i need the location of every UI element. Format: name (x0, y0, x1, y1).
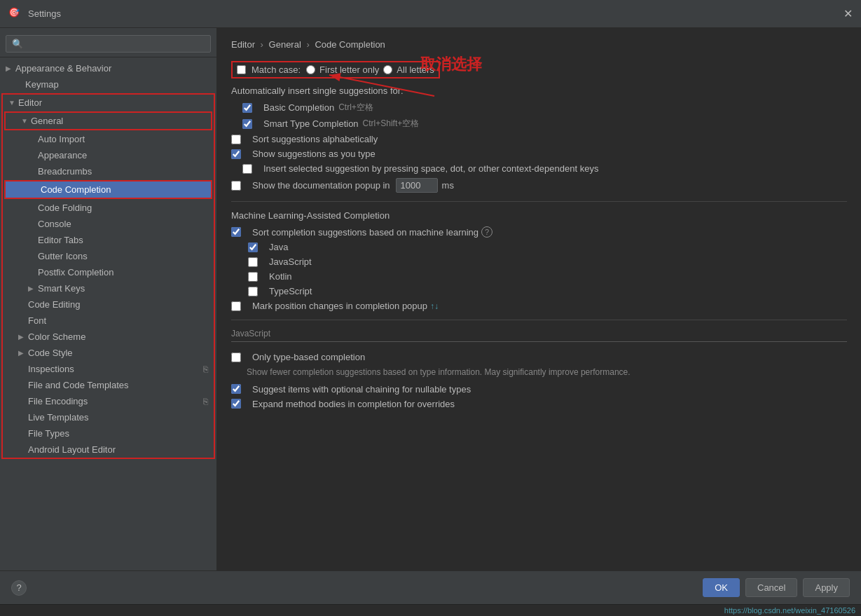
section-divider (231, 201, 847, 202)
sidebar-item-file-types[interactable]: File Types (3, 425, 214, 442)
main-content: Editor › General › Code Completion Match… (217, 28, 861, 570)
sort-alphabetically-checkbox[interactable] (231, 135, 241, 144)
sidebar-item-label: Code Style (28, 348, 208, 358)
title-bar: 🎯 Settings ✕ (0, 0, 861, 28)
js-section-label: JavaScript (231, 329, 270, 338)
doc-popup-unit: ms (442, 180, 454, 191)
sidebar-item-console[interactable]: Console (3, 216, 214, 232)
cancel-button[interactable]: Cancel (745, 578, 797, 597)
radio-group: First letter only All letters (306, 64, 434, 75)
sidebar-item-label: Gutter Icons (38, 251, 208, 261)
breadcrumb-sep-1: › (261, 39, 263, 50)
url-bar: https://blog.csdn.net/weixin_47160526 (0, 604, 861, 616)
sidebar-item-code-style[interactable]: ▶ Code Style (3, 345, 214, 361)
sidebar-item-smart-keys[interactable]: ▶ Smart Keys (3, 280, 214, 296)
type-based-completion-subtext: Show fewer completion suggestions based … (247, 367, 847, 378)
section-divider-2 (231, 320, 847, 320)
sidebar-item-gutter-icons[interactable]: Gutter Icons (3, 248, 214, 264)
type-based-completion-checkbox[interactable] (231, 353, 241, 362)
sort-alphabetically-label: Sort suggestions alphabetically (252, 134, 378, 144)
url-text: https://blog.csdn.net/weixin_47160526 (724, 606, 855, 615)
ml-java-label: Java (269, 242, 288, 252)
sidebar-item-editor-tabs[interactable]: Editor Tabs (3, 232, 214, 248)
basic-completion-checkbox[interactable] (242, 103, 252, 113)
match-case-section: Match case: First letter only All letter… (231, 61, 440, 78)
ml-javascript-checkbox[interactable] (248, 257, 258, 267)
sidebar-item-label: Keymap (25, 79, 211, 90)
sidebar-item-label: Postfix Completion (38, 267, 208, 278)
sidebar-item-code-completion[interactable]: Code Completion (6, 182, 211, 198)
sidebar-search-container (0, 31, 216, 57)
type-based-completion-row: Only type-based completion (231, 352, 847, 362)
sidebar-item-postfix-completion[interactable]: Postfix Completion (3, 264, 214, 280)
expand-method-checkbox[interactable] (231, 399, 241, 409)
breadcrumb-sep-2: › (306, 39, 309, 50)
copy-icon: ⎘ (203, 364, 208, 374)
auto-insert-label: Automatically insert single suggestions … (231, 85, 847, 96)
expand-icon: ▶ (18, 349, 28, 357)
mark-position-label: Mark position changes in completion popu… (252, 301, 427, 311)
sidebar-item-label: Font (28, 315, 208, 326)
basic-completion-label: Basic Completion (263, 102, 334, 113)
apply-button[interactable]: Apply (803, 578, 850, 597)
ml-typescript-label: TypeScript (269, 286, 312, 296)
ml-typescript-checkbox[interactable] (248, 287, 258, 296)
first-letter-radio[interactable] (306, 65, 315, 74)
sidebar-item-editor[interactable]: ▼ Editor (3, 95, 214, 111)
sidebar-item-file-code-templates[interactable]: File and Code Templates (3, 377, 214, 393)
basic-completion-shortcut: Ctrl+空格 (338, 102, 373, 114)
search-input[interactable] (6, 35, 211, 53)
all-letters-radio[interactable] (383, 65, 392, 74)
sidebar-item-label: File Types (28, 428, 208, 439)
mark-position-checkbox[interactable] (231, 301, 241, 311)
sidebar-item-code-folding[interactable]: Code Folding (3, 200, 214, 216)
expand-icon: ▶ (18, 333, 28, 341)
insert-by-space-label: Insert selected suggestion by pressing s… (263, 163, 598, 174)
sidebar-item-label: Android Layout Editor (28, 444, 208, 455)
optional-chaining-checkbox[interactable] (231, 384, 241, 394)
smart-type-completion-shortcut: Ctrl+Shift+空格 (363, 118, 420, 130)
ml-help-icon[interactable]: ? (481, 226, 493, 238)
show-as-type-checkbox[interactable] (231, 149, 241, 159)
smart-type-completion-checkbox[interactable] (242, 119, 252, 129)
first-letter-label[interactable]: First letter only (319, 64, 379, 75)
ml-sort-row: Sort completion suggestions based on mac… (231, 226, 847, 238)
expand-icon: ▶ (6, 64, 15, 72)
show-doc-popup-checkbox[interactable] (231, 181, 241, 191)
sidebar-item-label: Appearance & Behavior (15, 63, 211, 74)
ok-button[interactable]: OK (703, 578, 740, 597)
ml-javascript-row: JavaScript (248, 256, 847, 267)
sidebar-item-font[interactable]: Font (3, 313, 214, 329)
close-button[interactable]: ✕ (843, 7, 853, 20)
sidebar-item-label: Breadcrumbs (38, 166, 208, 177)
sidebar-item-keymap[interactable]: Keymap (0, 76, 216, 93)
sidebar-item-appearance[interactable]: Appearance (3, 147, 214, 163)
breadcrumb-part-2: General (269, 39, 301, 50)
sidebar-item-appearance-behavior[interactable]: ▶ Appearance & Behavior (0, 60, 216, 76)
match-case-checkbox[interactable] (237, 65, 246, 74)
ml-section-label: Machine Learning-Assisted Completion (231, 210, 847, 221)
sidebar-item-code-editing[interactable]: Code Editing (3, 296, 214, 313)
match-case-label[interactable]: Match case: (252, 64, 301, 75)
insert-by-space-checkbox[interactable] (242, 164, 252, 174)
sidebar-item-android-layout-editor[interactable]: Android Layout Editor (3, 442, 214, 458)
sidebar-item-live-templates[interactable]: Live Templates (3, 409, 214, 425)
ml-kotlin-checkbox[interactable] (248, 272, 258, 282)
sidebar-item-general[interactable]: ▼ General (6, 113, 211, 129)
sidebar-item-breadcrumbs[interactable]: Breadcrumbs (3, 163, 214, 179)
js-section-header: JavaScript (231, 329, 847, 345)
sidebar-item-label: File Encodings (28, 396, 200, 406)
help-button[interactable]: ? (11, 580, 27, 596)
sidebar-item-file-encodings[interactable]: File Encodings ⎘ (3, 393, 214, 409)
sidebar-item-auto-import[interactable]: Auto Import (3, 131, 214, 147)
ml-sort-checkbox[interactable] (231, 227, 241, 237)
breadcrumb-part-1: Editor (231, 39, 255, 50)
ml-java-checkbox[interactable] (248, 242, 258, 252)
sidebar-item-color-scheme[interactable]: ▶ Color Scheme (3, 329, 214, 345)
doc-popup-value[interactable]: 1000 (396, 178, 438, 193)
sidebar-item-label: General (31, 116, 205, 126)
sidebar-item-inspections[interactable]: Inspections ⎘ (3, 361, 214, 377)
optional-chaining-row: Suggest items with optional chaining for… (231, 384, 847, 395)
basic-completion-row: Basic Completion Ctrl+空格 (242, 102, 847, 114)
sidebar-item-label: Auto Import (38, 134, 208, 144)
